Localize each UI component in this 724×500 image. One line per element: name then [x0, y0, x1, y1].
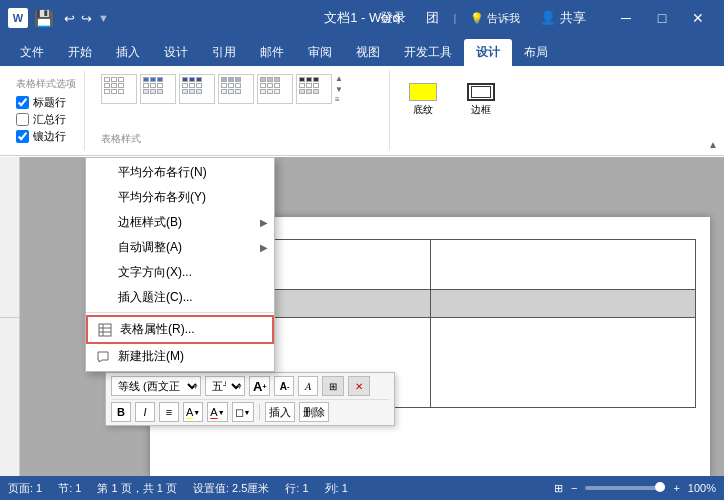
- highlight-dropdown-icon: ▼: [193, 409, 200, 416]
- zoom-in-btn[interactable]: +: [673, 482, 679, 494]
- tab-mail[interactable]: 邮件: [248, 39, 296, 66]
- tab-table-design[interactable]: 设计: [464, 39, 512, 66]
- ribbon-content: 表格样式选项 标题行 汇总行 镶边行: [0, 66, 724, 156]
- maximize-btn[interactable]: □: [644, 0, 680, 36]
- context-menu: 平均分布各行(N) 平均分布各列(Y) 边框样式(B) ▶ 自动调整(A) ▶ …: [85, 157, 275, 372]
- undo-icon[interactable]: ↩: [64, 11, 75, 26]
- border-label: 边框: [471, 103, 491, 117]
- table-btn[interactable]: ⊞: [322, 376, 344, 396]
- tell-me-btn[interactable]: 💡 告诉我: [464, 9, 526, 28]
- arrow-icon-3: ▶: [260, 217, 268, 228]
- tab-home[interactable]: 开始: [56, 39, 104, 66]
- font-name-wrapper: 等线 (西文正: [111, 376, 201, 396]
- shading-btn[interactable]: 底纹: [398, 70, 448, 130]
- font-name-select[interactable]: 等线 (西文正: [111, 376, 201, 396]
- table-cell-1-2[interactable]: [430, 240, 696, 290]
- style-item-3[interactable]: [179, 74, 215, 104]
- layout-icon[interactable]: ⊞: [554, 482, 563, 495]
- decrease-font-btn[interactable]: A-: [274, 376, 294, 396]
- header-row-checkbox[interactable]: [16, 96, 29, 109]
- status-page: 页面: 1: [8, 481, 42, 496]
- menu-text-direction[interactable]: 文字方向(X)...: [86, 260, 274, 285]
- shade-btn[interactable]: ◻ ▼: [232, 402, 254, 422]
- status-pages: 第 1 页，共 1 页: [97, 481, 176, 496]
- style-more[interactable]: ≡: [335, 95, 343, 104]
- redo-icon[interactable]: ↪: [81, 11, 92, 26]
- delete-text-btn[interactable]: 删除: [299, 402, 329, 422]
- menu-insert-caption[interactable]: 插入题注(C)...: [86, 285, 274, 310]
- font-size-select[interactable]: 五号: [205, 376, 245, 396]
- tab-layout[interactable]: 布局: [512, 39, 560, 66]
- style-item-2[interactable]: [140, 74, 176, 104]
- table-styles-group: ▲ ▼ ≡ 表格样式: [93, 70, 390, 150]
- status-col: 列: 1: [325, 481, 348, 496]
- align-btn[interactable]: ≡: [159, 402, 179, 422]
- style-scroll-down[interactable]: ▼: [335, 85, 343, 94]
- share-btn[interactable]: 👤 共享: [534, 7, 592, 29]
- menu-new-comment[interactable]: 新建批注(M): [86, 344, 274, 369]
- shade-icon: ◻: [235, 406, 244, 419]
- statusbar-right: ⊞ − + 100%: [554, 482, 716, 495]
- menu-separator: [86, 312, 274, 313]
- left-ruler: [0, 157, 20, 476]
- insert-btn[interactable]: 插入: [265, 402, 295, 422]
- style-item-4[interactable]: [218, 74, 254, 104]
- menu-distribute-rows[interactable]: 平均分布各行(N): [86, 160, 274, 185]
- banded-rows-checkbox[interactable]: [16, 130, 29, 143]
- font-color-btn[interactable]: A ▼: [207, 402, 227, 422]
- increase-font-btn[interactable]: A+: [249, 376, 270, 396]
- style-scroll[interactable]: ▲ ▼ ≡: [335, 74, 343, 104]
- divider1: |: [453, 12, 456, 24]
- status-setting: 设置值: 2.5厘米: [193, 481, 269, 496]
- menu-distribute-cols[interactable]: 平均分布各列(Y): [86, 185, 274, 210]
- float-toolbar: 等线 (西文正 五号 A+ A- 𝐴 ⊞ ✕: [105, 372, 395, 426]
- style-item-1[interactable]: [101, 74, 137, 104]
- format-painter-btn[interactable]: 𝐴: [298, 376, 318, 396]
- tab-file[interactable]: 文件: [8, 39, 56, 66]
- tab-reference[interactable]: 引用: [200, 39, 248, 66]
- italic-btn[interactable]: I: [135, 402, 155, 422]
- tab-design1[interactable]: 设计: [152, 39, 200, 66]
- ribbon-tabs: 文件 开始 插入 设计 引用 邮件 审阅 视图 开发工具 设计 布局: [0, 36, 724, 66]
- delete-btn[interactable]: ✕: [348, 376, 370, 396]
- tab-insert[interactable]: 插入: [104, 39, 152, 66]
- table-options-label: 表格样式选项: [16, 77, 76, 91]
- highlight-btn[interactable]: A ▼: [183, 402, 203, 422]
- float-toolbar-row1: 等线 (西文正 五号 A+ A- 𝐴 ⊞ ✕: [111, 376, 389, 400]
- ruler-line: [0, 317, 19, 318]
- zoom-level: 100%: [688, 482, 716, 494]
- tab-view[interactable]: 视图: [344, 39, 392, 66]
- header-row-check[interactable]: 标题行: [16, 95, 76, 110]
- style-item-6[interactable]: [296, 74, 332, 104]
- minimize-btn[interactable]: ─: [608, 0, 644, 36]
- titlebar-left: W 💾 ↩ ↪ ▼: [8, 8, 109, 28]
- banded-rows-check[interactable]: 镶边行: [16, 129, 76, 144]
- zoom-slider[interactable]: [585, 486, 665, 490]
- float-toolbar-row2: B I ≡ A ▼ A ▼ ◻ ▼: [111, 402, 389, 422]
- bold-btn[interactable]: B: [111, 402, 131, 422]
- menu-icon-8: [94, 350, 112, 364]
- toolbar-separator: [259, 404, 260, 420]
- style-item-5[interactable]: [257, 74, 293, 104]
- table-cell-3-2[interactable]: [430, 318, 696, 408]
- total-row-checkbox[interactable]: [16, 113, 29, 126]
- font-color-dropdown-icon: ▼: [218, 409, 225, 416]
- zoom-out-btn[interactable]: −: [571, 482, 577, 494]
- menu-table-properties[interactable]: 表格属性(R)...: [86, 315, 274, 344]
- tab-dev[interactable]: 开发工具: [392, 39, 464, 66]
- shading-icon: [409, 83, 437, 101]
- table-cell-2-2[interactable]: [430, 290, 696, 318]
- style-previews: ▲ ▼ ≡: [101, 74, 381, 104]
- menu-auto-fit[interactable]: 自动调整(A) ▶: [86, 235, 274, 260]
- menu-border-style[interactable]: 边框样式(B) ▶: [86, 210, 274, 235]
- word-icon: W: [8, 8, 28, 28]
- ribbon-collapse-btn[interactable]: ▲: [706, 137, 720, 151]
- team-btn[interactable]: 团: [420, 7, 445, 29]
- tab-review[interactable]: 审阅: [296, 39, 344, 66]
- shade-dropdown-icon: ▼: [244, 409, 251, 416]
- border-btn[interactable]: 边框: [456, 70, 506, 130]
- total-row-check[interactable]: 汇总行: [16, 112, 76, 127]
- style-scroll-up[interactable]: ▲: [335, 74, 343, 83]
- close-btn[interactable]: ✕: [680, 0, 716, 36]
- save-icon[interactable]: 💾: [34, 9, 54, 28]
